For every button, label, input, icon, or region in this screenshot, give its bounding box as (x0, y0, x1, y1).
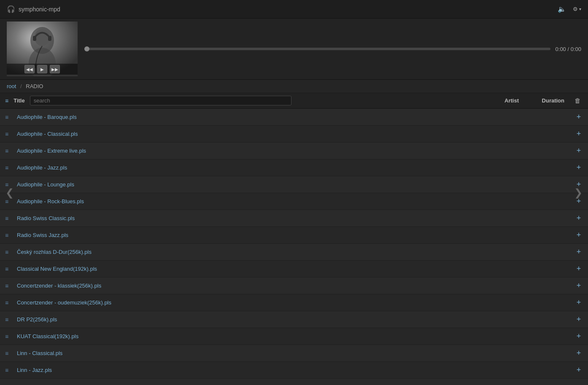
breadcrumb-root[interactable]: root (7, 83, 16, 89)
track-add-button[interactable]: + (575, 281, 583, 290)
progress-bar-container: 0:00 / 0:00 (84, 46, 581, 52)
track-title: Classical New England(192k).pls (17, 266, 570, 272)
table-row[interactable]: ≡ Linn - Jazz.pls + (0, 362, 588, 379)
lines-icon: ≡ (5, 114, 8, 121)
track-add-button[interactable]: + (575, 298, 583, 307)
table-row[interactable]: ≡ Audiophile - Baroque.pls + (0, 109, 588, 126)
track-title: Audiophile - Jazz.pls (17, 164, 570, 171)
track-add-button[interactable]: + (575, 129, 583, 138)
table-row[interactable]: ≡ Concertzender - oudemuziek(256k).pls + (0, 294, 588, 311)
lines-icon: ≡ (5, 148, 8, 154)
lines-icon: ≡ (5, 266, 8, 272)
table-delete-all-button[interactable]: 🗑 (575, 97, 583, 104)
svg-point-2 (35, 29, 50, 46)
prev-icon: ◀◀ (26, 67, 33, 72)
table-row[interactable]: ≡ Audiophile - Lounge.pls + (0, 176, 588, 193)
lines-icon: ≡ (5, 316, 8, 323)
track-add-button[interactable]: + (575, 264, 583, 273)
album-art: ◀◀ ▶ ▶▶ (7, 22, 78, 76)
player-area: ◀◀ ▶ ▶▶ 0:00 / 0:00 (0, 19, 588, 80)
table-artist-column: Artist (485, 97, 519, 104)
track-add-button[interactable]: + (575, 113, 583, 121)
table-row[interactable]: ≡ Audiophile - Classical.pls + (0, 126, 588, 143)
breadcrumb: root / RADIO (0, 80, 588, 93)
track-row-icon: ≡ (5, 164, 13, 171)
table-row[interactable]: ≡ Audiophile - Rock-Blues.pls + (0, 193, 588, 210)
track-table: ≡ Title Artist Duration 🗑 ≡ Audiophile -… (0, 93, 588, 379)
lines-icon: ≡ (5, 249, 8, 256)
track-add-button[interactable]: + (575, 349, 583, 358)
track-row-icon: ≡ (5, 316, 13, 323)
right-arrow-icon: ❯ (574, 187, 583, 198)
track-row-icon: ≡ (5, 283, 13, 289)
progress-track[interactable] (84, 48, 550, 50)
next-icon: ▶▶ (51, 67, 58, 72)
track-add-button[interactable]: + (575, 163, 583, 172)
table-title-column: Title (13, 97, 25, 104)
nav-right-button[interactable]: ❯ (572, 183, 585, 203)
track-row-icon: ≡ (5, 131, 13, 137)
lines-icon: ≡ (5, 367, 8, 374)
track-title: DR P2(256k).pls (17, 316, 570, 323)
track-title: Audiophile - Classical.pls (17, 131, 570, 137)
topbar-controls: 🔈 ⚙ ▾ (556, 3, 581, 15)
topbar: 🎧 symphonic-mpd 🔈 ⚙ ▾ (0, 0, 588, 19)
table-row[interactable]: ≡ Classical New England(192k).pls + (0, 261, 588, 277)
table-row[interactable]: ≡ Linn - Classical.pls + (0, 345, 588, 362)
table-row[interactable]: ≡ Audiophile - Extreme live.pls + (0, 143, 588, 159)
track-title: Český rozhlas D-Dur(256k).pls (17, 249, 570, 255)
lines-icon: ≡ (5, 164, 8, 171)
prev-button[interactable]: ◀◀ (24, 65, 35, 73)
track-row-icon: ≡ (5, 367, 13, 374)
table-row[interactable]: ≡ KUAT Classical(192k).pls + (0, 328, 588, 345)
track-row-icon: ≡ (5, 148, 13, 154)
track-row-icon: ≡ (5, 350, 13, 357)
track-title: Radio Swiss Jazz.pls (17, 232, 570, 238)
settings-dropdown[interactable]: ⚙ ▾ (573, 6, 581, 12)
play-button[interactable]: ▶ (37, 65, 47, 73)
time-display: 0:00 / 0:00 (556, 46, 581, 52)
table-row[interactable]: ≡ Český rozhlas D-Dur(256k).pls + (0, 244, 588, 261)
track-title: Audiophile - Baroque.pls (17, 114, 570, 120)
track-title: Linn - Jazz.pls (17, 367, 570, 373)
lines-icon: ≡ (5, 299, 8, 306)
table-row[interactable]: ≡ Radio Swiss Jazz.pls + (0, 227, 588, 244)
track-list: ≡ Audiophile - Baroque.pls + ≡ Audiophil… (0, 109, 588, 379)
table-menu-icon[interactable]: ≡ (5, 97, 8, 104)
table-row[interactable]: ≡ Audiophile - Jazz.pls + (0, 159, 588, 176)
track-add-button[interactable]: + (575, 214, 583, 223)
table-row[interactable]: ≡ Concertzender - klassiek(256k).pls + (0, 277, 588, 294)
play-icon: ▶ (40, 67, 44, 72)
volume-icon: 🔈 (558, 5, 566, 13)
track-add-button[interactable]: + (575, 332, 583, 341)
player-right: 0:00 / 0:00 (84, 46, 581, 52)
lines-icon: ≡ (5, 232, 8, 239)
track-row-icon: ≡ (5, 232, 13, 239)
lines-icon: ≡ (5, 333, 8, 340)
breadcrumb-current: RADIO (26, 83, 43, 89)
track-row-icon: ≡ (5, 299, 13, 306)
track-title: Audiophile - Rock-Blues.pls (17, 198, 570, 205)
breadcrumb-separator: / (20, 83, 22, 89)
table-row[interactable]: ≡ Radio Swiss Classic.pls + (0, 210, 588, 227)
volume-button[interactable]: 🔈 (556, 3, 568, 15)
table-header: ≡ Title Artist Duration 🗑 (0, 93, 588, 109)
table-row[interactable]: ≡ DR P2(256k).pls + (0, 311, 588, 328)
gear-dropdown-arrow-icon: ▾ (579, 7, 581, 11)
track-add-button[interactable]: + (575, 231, 583, 240)
progress-thumb (84, 46, 89, 51)
track-add-button[interactable]: + (575, 146, 583, 155)
track-row-icon: ≡ (5, 114, 13, 121)
track-row-icon: ≡ (5, 333, 13, 340)
svg-rect-3 (33, 36, 36, 41)
lines-icon: ≡ (5, 215, 8, 222)
track-add-button[interactable]: + (575, 315, 583, 324)
search-input[interactable] (30, 96, 291, 105)
nav-left-button[interactable]: ❮ (3, 183, 16, 203)
track-title: Concertzender - oudemuziek(256k).pls (17, 299, 570, 306)
track-add-button[interactable]: + (575, 366, 583, 374)
track-add-button[interactable]: + (575, 248, 583, 256)
lines-icon: ≡ (5, 283, 8, 289)
next-button[interactable]: ▶▶ (50, 65, 60, 73)
track-row-icon: ≡ (5, 266, 13, 272)
